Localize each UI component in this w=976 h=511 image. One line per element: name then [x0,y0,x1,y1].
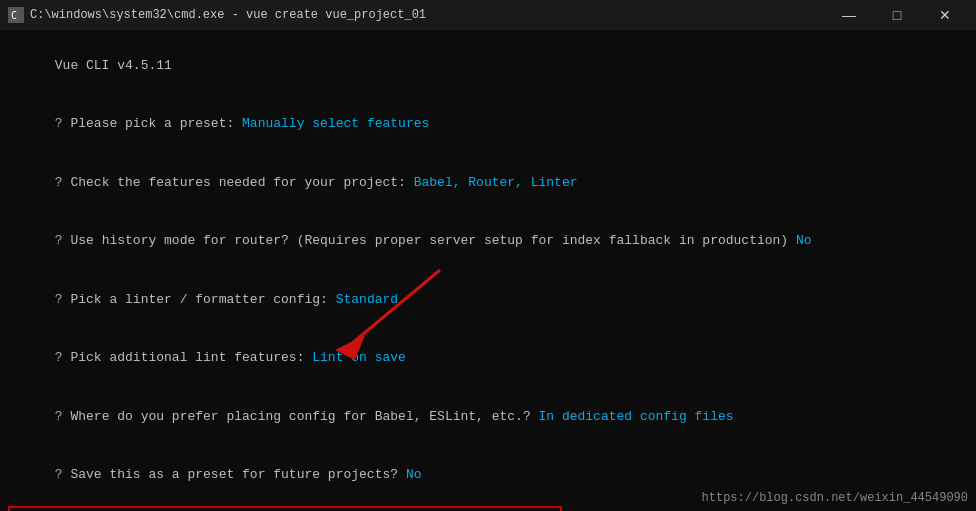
terminal-line-4: ? Pick a linter / formatter config: Stan… [8,270,968,329]
terminal-line-2: ? Check the features needed for your pro… [8,153,968,212]
terminal-line-3: ? Use history mode for router? (Requires… [8,212,968,271]
version-text: Vue CLI v4.5.11 [55,58,172,73]
version-line: Vue CLI v4.5.11 [8,36,968,95]
title-bar: C C:\windows\system32\cmd.exe - vue crea… [0,0,976,30]
close-button[interactable]: ✕ [922,0,968,30]
title-bar-left: C C:\windows\system32\cmd.exe - vue crea… [8,7,426,23]
maximize-button[interactable]: □ [874,0,920,30]
terminal-line-5: ? Pick additional lint features: Lint on… [8,329,968,388]
window: C C:\windows\system32\cmd.exe - vue crea… [0,0,976,511]
window-title: C:\windows\system32\cmd.exe - vue create… [30,8,426,22]
terminal-line-1: ? Please pick a preset: Manually select … [8,95,968,154]
cmd-icon: C [8,7,24,23]
title-bar-controls: — □ ✕ [826,0,968,30]
terminal-line-6: ? Where do you prefer placing config for… [8,387,968,446]
watermark: https://blog.csdn.net/weixin_44549090 [702,491,968,505]
terminal-body: Vue CLI v4.5.11 ? Please pick a preset: … [0,30,976,511]
selection-area: ? Pick the package manager to use when i… [8,506,968,511]
selection-border-box: ? Pick the package manager to use when i… [8,506,562,511]
svg-text:C: C [11,10,17,21]
minimize-button[interactable]: — [826,0,872,30]
